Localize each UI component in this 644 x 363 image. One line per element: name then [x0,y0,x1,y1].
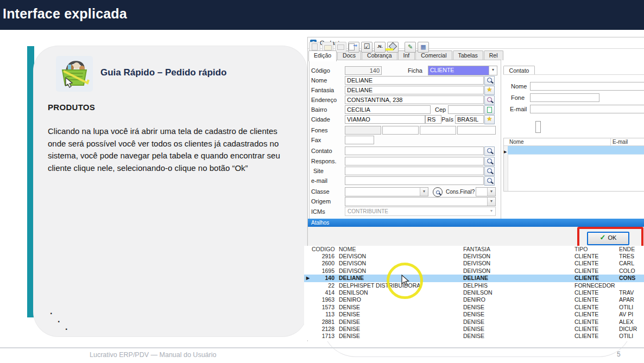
save-button[interactable] [335,42,346,53]
site-field[interactable] [345,167,484,175]
classe-search-button[interactable] [433,187,443,197]
contact-nome-field[interactable] [530,82,644,91]
table-row[interactable]: 22DELPHISPET DISTRIBUIDORADELPHISFORNECE… [304,282,644,289]
chevron-down-icon[interactable]: ▾ [487,188,495,196]
chevron-down-icon[interactable]: ▾ [420,188,428,196]
endereco-label: Endereço [311,97,337,103]
numbering-button[interactable]: .N. [374,42,386,53]
contact-toolbar-button[interactable] [535,121,541,133]
table-row-selected[interactable]: ▶140DELIANEDELIANECLIENTECONS [304,275,644,282]
search-icon [487,78,492,82]
edit-button[interactable]: ✎ [405,42,416,53]
pais-field[interactable] [455,115,484,124]
cidade-label: Cidade [311,116,330,123]
grid-col-email: E-mail [613,139,628,145]
search-email-button[interactable] [484,176,495,186]
favorite-button[interactable]: ★ [484,86,495,95]
contato-field[interactable] [345,147,484,155]
col-codigo[interactable]: CODIGO [312,246,334,253]
uf-field[interactable] [425,115,441,124]
contact-email-field[interactable] [530,105,644,113]
table-row[interactable]: 2600DEIVISONDEIVISONCLIENTECARL [304,260,644,267]
col-tipo[interactable]: TIPO [574,246,619,253]
cidade-field[interactable] [345,115,425,124]
col-nome[interactable]: NOME [334,246,463,253]
open-site-button[interactable] [484,167,495,176]
copy-address-button[interactable] [484,105,495,114]
map-search-icon [487,97,492,102]
checkbox-button[interactable]: ☑ [361,42,372,53]
site-label: Site [313,168,324,174]
table-row[interactable]: 1963DENIRODENIROCLIENTEAPAR [304,296,644,303]
nome-field[interactable] [345,76,484,85]
tab-tabelas[interactable]: Tabelas [453,50,483,60]
codigo-label: Código [311,67,330,74]
grid-view-button[interactable]: ▦ [418,42,429,53]
search-client-button[interactable] [484,76,495,85]
tab-edicao[interactable]: Edição [308,50,337,61]
table-row[interactable]: 1695DEIVISONDEIVISONCLIENTECOLO [304,268,644,275]
col-fantasia[interactable]: FANTASIA [463,246,574,253]
classe-dropdown[interactable]: ▾ [345,187,428,196]
search-icon [487,158,492,163]
clients-table: CODIGO NOME FANTASIA TIPO ENDE 2916DEIVI… [304,246,644,340]
checkbox-icon: ☑ [364,42,370,50]
contato-panel-tab[interactable]: Contato [503,66,535,74]
cep-field[interactable] [448,105,484,114]
table-row[interactable]: 113DENISEDENISECLIENTEAV PI [304,311,644,318]
search-contato-button[interactable] [484,147,495,156]
export-button[interactable]: ⇒ [348,42,359,53]
table-row[interactable]: 1573DENISEDENISECLIENTEOTILI [304,304,644,311]
fone4-field[interactable] [457,126,496,135]
fill-color-button[interactable] [387,42,399,53]
table-row[interactable]: 2128DENISEDENISECLIENTEDICUR [304,326,644,333]
chevron-down-icon[interactable]: ▾ [488,207,495,215]
icms-dropdown[interactable]: CONTRIBUINTE ▾ [345,207,496,216]
ficha-label: Ficha [408,67,422,74]
contact-fone-field[interactable] [530,93,599,102]
fone1-field[interactable] [345,126,381,135]
email-label: e-mail [311,177,327,184]
search-respons-button[interactable] [484,157,495,166]
bairro-field[interactable] [345,105,431,114]
mouse-cursor-icon [401,275,409,286]
consfinal-dropdown[interactable]: ▾ [476,187,496,196]
fone3-field[interactable] [420,126,456,135]
contact-fone-label: Fone [511,94,525,101]
fax-field[interactable] [345,136,374,144]
address-lookup-button[interactable] [484,95,495,105]
row-marker-icon: ▶ [304,275,312,282]
ficha-dropdown[interactable]: CLIENTE▾ [428,66,497,75]
col-endereco[interactable]: ENDE [619,246,644,253]
slide-header-bar: Interface explicada [0,0,644,30]
grid-col-divider [610,138,611,145]
star-icon: ★ [487,115,493,123]
table-row[interactable]: 2916DEIVISONDEIVISONCLIENTETRES [304,253,644,260]
card-heading: Guia Rápido – Pedido rápido [100,67,226,78]
table-row[interactable]: 414DENILSONDENILSONCLIENTETRAV [304,289,644,296]
page-number: 5 [617,351,621,358]
page-title: Interface explicada [3,6,127,22]
origem-dropdown[interactable]: ▾ [345,197,496,206]
email-field[interactable] [345,176,484,185]
save-icon [337,44,344,50]
endereco-field[interactable] [345,95,484,104]
copy-icon [487,107,492,113]
codigo-field [345,66,382,75]
contact-grid-selected-row[interactable] [508,146,644,155]
fantasia-field[interactable] [345,86,484,94]
tab-rel[interactable]: Rel [484,50,503,60]
grid-icon: ▦ [420,43,426,50]
new-doc-icon [312,43,318,50]
table-row[interactable]: 2881DENISEDENISECLIENTEALEX [304,319,644,326]
chevron-down-icon[interactable]: ▾ [489,66,497,75]
card-body-text: Clicando na lupa você irá abrir uma tela… [48,125,291,174]
atalhos-bar: Atalhos [308,219,644,227]
ellipsis-dot: . [65,322,67,332]
respons-field[interactable] [345,157,484,165]
table-row[interactable]: 1713DENISEDENISECLIENTEOTILI [304,333,644,340]
chevron-down-icon[interactable]: ▾ [487,198,495,206]
fone2-field[interactable] [382,126,419,135]
favorite-city-button[interactable]: ★ [484,115,495,124]
contact-email-label: E-mail [510,106,527,112]
